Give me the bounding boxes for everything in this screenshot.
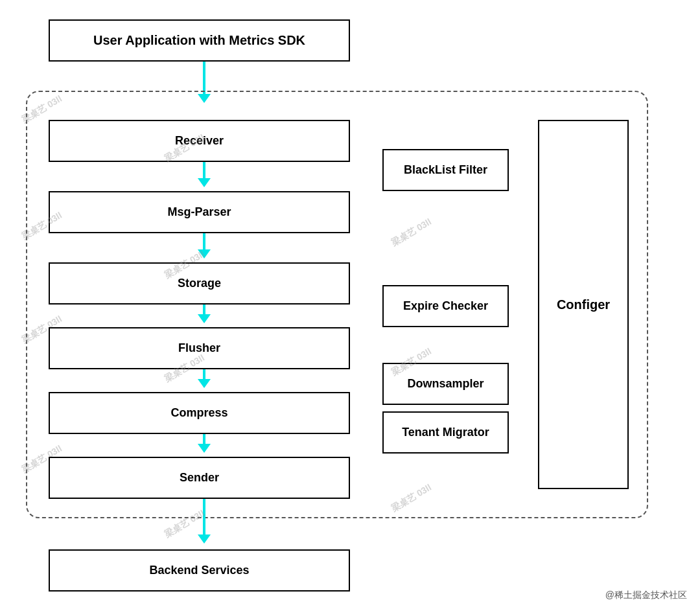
arrow-parser-to-storage	[198, 233, 211, 259]
receiver-box: Receiver	[49, 120, 350, 162]
backend-services-box: Backend Services	[49, 549, 350, 592]
expire-checker-box: Expire Checker	[382, 285, 509, 327]
msg-parser-box: Msg-Parser	[49, 191, 350, 233]
user-app-box: User Application with Metrics SDK	[49, 19, 350, 62]
storage-box: Storage	[49, 262, 350, 304]
flusher-label: Flusher	[178, 341, 220, 355]
compress-box: Compress	[49, 392, 350, 434]
flusher-box: Flusher	[49, 327, 350, 369]
downsampler-label: Downsampler	[407, 377, 484, 391]
diagram-container: User Application with Metrics SDK Receiv…	[0, 0, 700, 609]
arrow-storage-to-flusher	[198, 304, 211, 323]
sender-label: Sender	[180, 471, 219, 485]
arrow-receiver-to-parser	[198, 162, 211, 187]
sender-box: Sender	[49, 457, 350, 499]
blacklist-filter-label: BlackList Filter	[404, 163, 487, 177]
user-app-label: User Application with Metrics SDK	[93, 33, 305, 48]
arrow-sender-to-backend	[198, 499, 211, 544]
backend-services-label: Backend Services	[149, 564, 249, 577]
receiver-label: Receiver	[175, 134, 224, 148]
expire-checker-label: Expire Checker	[403, 299, 488, 313]
tenant-migrator-box: Tenant Migrator	[382, 411, 509, 454]
configer-box: Configer	[538, 120, 629, 489]
configer-label: Configer	[557, 297, 610, 312]
downsampler-box: Downsampler	[382, 363, 509, 405]
blacklist-filter-box: BlackList Filter	[382, 149, 509, 191]
compress-label: Compress	[170, 406, 228, 420]
attribution: @稀土掘金技术社区	[605, 590, 687, 601]
arrow-flusher-to-compress	[198, 369, 211, 388]
arrow-compress-to-sender	[198, 434, 211, 453]
tenant-migrator-label: Tenant Migrator	[402, 426, 489, 439]
storage-label: Storage	[178, 277, 221, 290]
msg-parser-label: Msg-Parser	[167, 205, 231, 219]
